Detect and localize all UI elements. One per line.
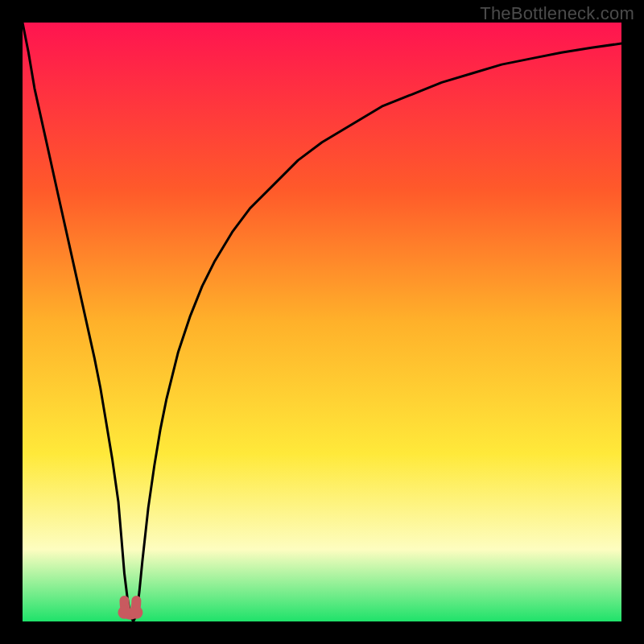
optimal-point-left [118, 606, 131, 619]
plot-area [23, 23, 621, 621]
chart-frame: TheBottleneck.com [0, 0, 644, 644]
plot-svg [23, 23, 621, 621]
watermark-text: TheBottleneck.com [480, 3, 634, 24]
optimal-point-right [130, 606, 142, 619]
gradient-background [23, 23, 621, 621]
